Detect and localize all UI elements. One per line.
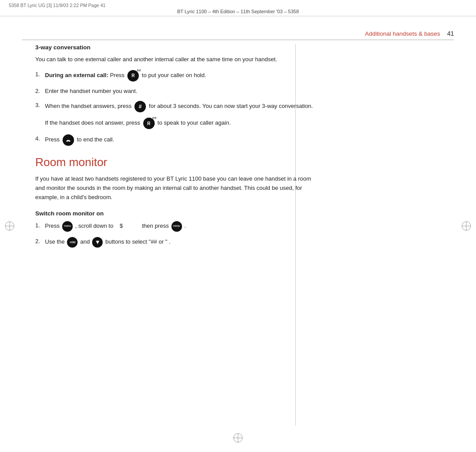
- r-int-label-1: R: [132, 72, 135, 79]
- r-int-button-1: R Int: [127, 70, 139, 82]
- header-file-info: 5358 BT Lyric UG [3] 11/9/03 2:22 PM Pag…: [9, 3, 105, 8]
- step-1-body: During an external call: Press R Int to …: [45, 70, 313, 82]
- room-monitor-heading: Room monitor: [35, 156, 313, 169]
- menu-label-2: menu: [173, 224, 180, 229]
- redial-button: redial: [67, 237, 78, 248]
- step-3-body: When the handset answers, press # for ab…: [45, 101, 313, 112]
- step-4-text-after: to end the call.: [77, 137, 114, 143]
- switch-step-2-num: 2.: [35, 237, 45, 246]
- step-1-num: 1.: [35, 70, 45, 79]
- step-4: 4. Press to end the call.: [35, 134, 313, 146]
- three-way-intro: You can talk to one external caller and …: [35, 55, 313, 64]
- main-content: 3-way conversation You can talk to one e…: [35, 44, 313, 426]
- switch-step-1-middle: , scroll down to $ then press: [75, 222, 170, 229]
- step-4-body: Press to end the call.: [45, 134, 313, 146]
- switch-step-1-body: Press menu , scroll down to $ then press…: [45, 221, 313, 232]
- switch-step-2: 2. Use the redial and ▼ buttons to selec…: [35, 237, 313, 248]
- menu-button-2: menu: [171, 221, 182, 232]
- r-int-button-2: R Int: [143, 118, 155, 129]
- section-title: Additional handsets & bases: [365, 30, 440, 37]
- down-button: ▼: [92, 237, 103, 248]
- step-2-num: 2.: [35, 87, 45, 96]
- header-subtitle: BT Lyric 1100 – 4th Edition – 11th Septe…: [9, 9, 467, 14]
- menu-label-1: menu: [64, 224, 71, 229]
- right-panel: [295, 44, 454, 426]
- switch-step-1-before: Press: [45, 222, 61, 229]
- three-way-steps: 1. During an external call: Press R Int …: [35, 70, 313, 112]
- sub-note-text-after: to speak to your caller again.: [157, 120, 231, 126]
- page-header: Additional handsets & bases 41: [22, 30, 454, 40]
- step-1-text-before: Press: [110, 72, 126, 79]
- end-call-icon: [65, 137, 71, 143]
- sub-note-text-before: If the handset does not answer, press: [45, 120, 142, 126]
- r-int-label-2: R: [147, 120, 150, 127]
- switch-step-1-end: .: [184, 222, 186, 229]
- switch-heading: Switch room monitor on: [35, 210, 313, 217]
- switch-step-1-num: 1.: [35, 221, 45, 230]
- end-call-button: [63, 134, 74, 146]
- right-registration-mark: [461, 221, 472, 231]
- hash-label: #: [139, 103, 142, 111]
- step-3-text-after: for about 3 seconds. You can now start y…: [149, 103, 313, 110]
- step-4-num: 4.: [35, 134, 45, 143]
- switch-step-2-body: Use the redial and ▼ buttons to select "…: [45, 237, 313, 248]
- switch-step-1: 1. Press menu , scroll down to $ then pr…: [35, 221, 313, 232]
- down-label: ▼: [95, 238, 100, 247]
- r-int-superscript-2: Int: [152, 115, 156, 121]
- step-2-body: Enter the handset number you want.: [45, 87, 313, 96]
- step-1-text-after: to put your caller on hold.: [142, 72, 206, 79]
- left-registration-mark: [4, 221, 15, 231]
- header-bar: 5358 BT Lyric UG [3] 11/9/03 2:22 PM Pag…: [0, 0, 476, 16]
- step-3-text-before: When the handset answers, press: [45, 103, 133, 110]
- and-text: and: [80, 238, 91, 245]
- sub-note: If the handset does not answer, press R …: [45, 118, 313, 129]
- switch-steps: 1. Press menu , scroll down to $ then pr…: [35, 221, 313, 248]
- three-way-heading: 3-way conversation: [35, 44, 313, 51]
- step-1: 1. During an external call: Press R Int …: [35, 70, 313, 82]
- redial-label: redial: [70, 240, 75, 245]
- switch-step-2-after: buttons to select "## or " .: [105, 238, 171, 245]
- step-3: 3. When the handset answers, press # for…: [35, 101, 313, 112]
- header-top: 5358 BT Lyric UG [3] 11/9/03 2:22 PM Pag…: [9, 3, 467, 8]
- step-2: 2. Enter the handset number you want.: [35, 87, 313, 96]
- bottom-registration-mark: [233, 433, 243, 443]
- hash-button: #: [134, 101, 146, 112]
- page-number: 41: [447, 30, 454, 37]
- step-4-text-before: Press: [45, 137, 61, 143]
- step-3-num: 3.: [35, 101, 45, 110]
- room-monitor-description: If you have at least two handsets regist…: [35, 174, 313, 202]
- step-1-bold: During an external call:: [45, 72, 108, 79]
- r-int-superscript-1: Int: [137, 68, 141, 73]
- menu-button-1: menu: [62, 221, 73, 232]
- switch-step-2-before: Use the: [45, 238, 66, 245]
